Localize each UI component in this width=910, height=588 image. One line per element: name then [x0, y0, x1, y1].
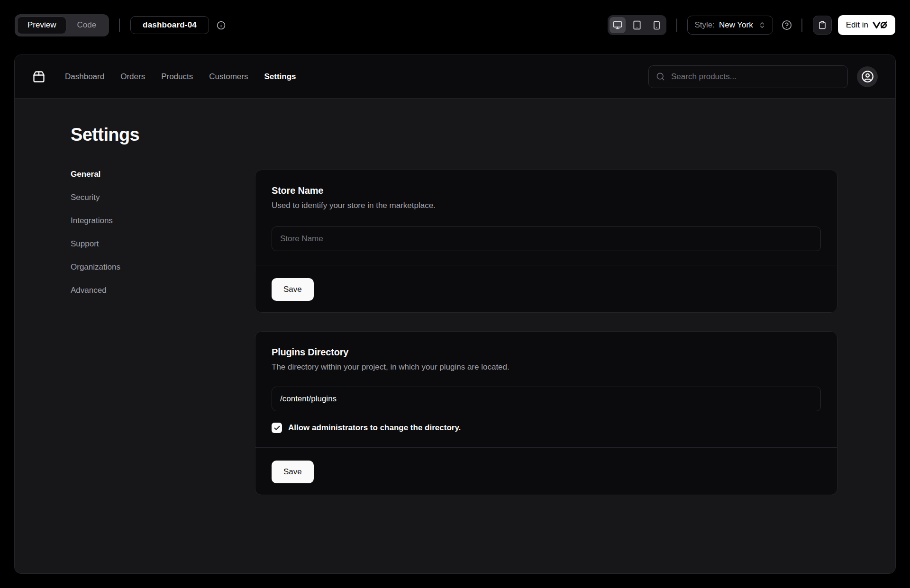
- store-name-input[interactable]: [272, 226, 821, 251]
- help-icon[interactable]: [782, 20, 792, 30]
- monitor-icon: [613, 20, 622, 30]
- device-desktop-button[interactable]: [610, 17, 626, 33]
- sidebar-item-support[interactable]: Support: [71, 239, 227, 249]
- edit-in-v0-label: Edit in: [846, 20, 868, 30]
- search-input[interactable]: [670, 72, 840, 82]
- style-select-value: New York: [719, 20, 753, 30]
- preview-panel: Dashboard Orders Products Customers Sett…: [14, 54, 896, 574]
- card-title: Store Name: [272, 185, 821, 196]
- device-mobile-button[interactable]: [648, 17, 664, 33]
- user-menu-button[interactable]: [857, 66, 878, 87]
- sidebar-item-organizations[interactable]: Organizations: [71, 262, 227, 272]
- sidebar-item-advanced[interactable]: Advanced: [71, 286, 227, 295]
- toolbar-divider: [119, 18, 120, 32]
- main-nav: Dashboard Orders Products Customers Sett…: [65, 72, 296, 81]
- toolbar-divider: [676, 18, 677, 32]
- card-description: The directory within your project, in wh…: [272, 362, 821, 372]
- plugins-directory-input[interactable]: [272, 387, 821, 411]
- device-tablet-button[interactable]: [629, 17, 645, 33]
- card-footer: Save: [255, 447, 837, 495]
- check-icon: [273, 425, 281, 432]
- search-box: [648, 65, 848, 88]
- sidebar-item-integrations[interactable]: Integrations: [71, 216, 227, 226]
- store-name-card: Store Name Used to identify your store i…: [255, 170, 837, 313]
- settings-sidebar: General Security Integrations Support Or…: [71, 170, 227, 295]
- allow-admins-checkbox[interactable]: [272, 423, 282, 433]
- settings-page: Settings General Security Integrations S…: [15, 99, 895, 495]
- v0-logo-icon: [873, 21, 887, 29]
- top-toolbar: Preview Code dashboard-04: [15, 13, 895, 37]
- smartphone-icon: [652, 21, 661, 30]
- copy-code-button[interactable]: [813, 16, 832, 35]
- nav-customers[interactable]: Customers: [209, 72, 248, 81]
- page-title: Settings: [71, 125, 837, 145]
- card-description: Used to identify your store in the marke…: [272, 201, 821, 210]
- nav-settings[interactable]: Settings: [264, 72, 296, 81]
- style-select[interactable]: Style: New York: [687, 16, 773, 35]
- save-button[interactable]: Save: [272, 461, 314, 483]
- clipboard-icon: [818, 21, 827, 29]
- tablet-icon: [632, 20, 642, 30]
- info-icon[interactable]: [217, 21, 226, 30]
- app-header: Dashboard Orders Products Customers Sett…: [15, 55, 895, 99]
- save-button[interactable]: Save: [272, 278, 314, 301]
- card-title: Plugins Directory: [272, 347, 821, 358]
- allow-admins-label[interactable]: Allow administrators to change the direc…: [288, 423, 461, 433]
- style-select-label: Style:: [694, 20, 715, 30]
- nav-dashboard[interactable]: Dashboard: [65, 72, 104, 81]
- sidebar-item-security[interactable]: Security: [71, 193, 227, 202]
- preview-code-toggle: Preview Code: [15, 14, 109, 36]
- nav-orders[interactable]: Orders: [120, 72, 145, 81]
- package-icon[interactable]: [32, 70, 46, 83]
- nav-products[interactable]: Products: [161, 72, 193, 81]
- toolbar-divider: [801, 18, 802, 32]
- chevrons-up-down-icon: [758, 21, 766, 29]
- tab-preview[interactable]: Preview: [17, 17, 66, 34]
- plugins-directory-card: Plugins Directory The directory within y…: [255, 331, 837, 495]
- allow-admins-row: Allow administrators to change the direc…: [272, 423, 821, 433]
- sidebar-item-general[interactable]: General: [71, 170, 227, 179]
- card-footer: Save: [255, 265, 837, 312]
- device-toggle-group: [608, 15, 666, 35]
- block-name-badge: dashboard-04: [130, 16, 209, 34]
- edit-in-v0-button[interactable]: Edit in: [838, 15, 895, 35]
- user-circle-icon: [861, 70, 874, 83]
- search-icon: [656, 72, 665, 81]
- tab-code[interactable]: Code: [66, 17, 107, 34]
